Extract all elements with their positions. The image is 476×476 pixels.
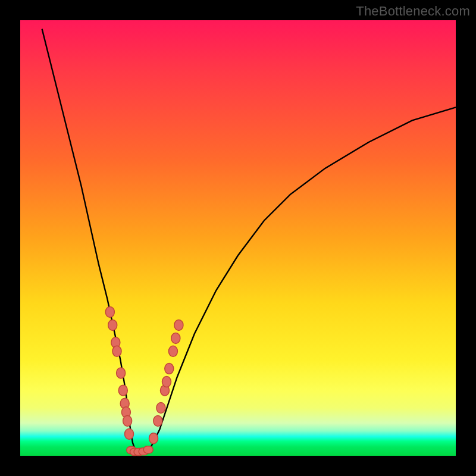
data-marker xyxy=(143,446,153,453)
data-marker xyxy=(165,364,174,374)
data-marker xyxy=(156,403,165,414)
plot-area xyxy=(20,20,456,456)
data-marker xyxy=(105,306,114,317)
chart-svg xyxy=(20,20,456,456)
data-marker xyxy=(112,346,121,356)
chart-frame: TheBottleneck.com xyxy=(0,0,476,476)
data-marker xyxy=(162,377,171,387)
data-marker xyxy=(174,320,183,330)
marker-layer xyxy=(105,306,183,455)
data-marker xyxy=(125,428,134,439)
data-marker xyxy=(117,368,126,378)
watermark-text: TheBottleneck.com xyxy=(356,4,470,19)
data-marker xyxy=(168,346,177,356)
data-marker xyxy=(108,320,117,330)
data-marker xyxy=(154,415,162,426)
data-marker xyxy=(123,415,132,426)
data-marker xyxy=(149,433,158,444)
bottleneck-curve xyxy=(42,29,456,452)
data-marker xyxy=(171,333,180,343)
data-marker xyxy=(118,385,127,396)
